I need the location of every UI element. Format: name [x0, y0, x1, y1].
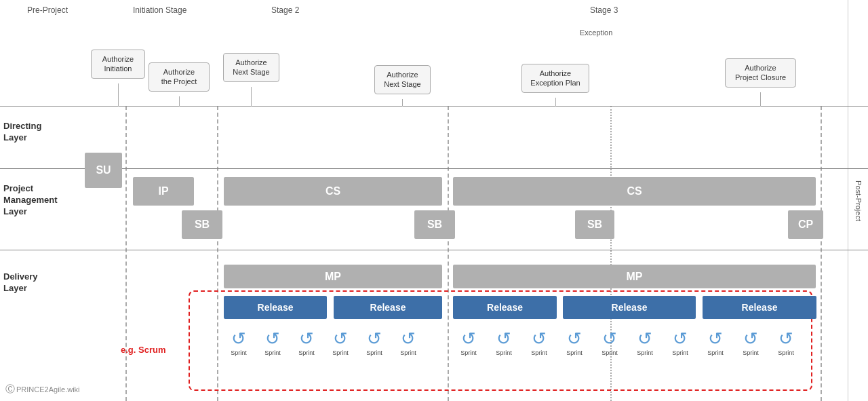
process-sb-3: SB [575, 210, 614, 239]
sprint-item: ↺ Sprint [222, 328, 255, 356]
sprint-item: ↺ Sprint [452, 328, 486, 356]
phase-pre-project: Pre-Project [27, 5, 68, 15]
sprint-group-1: ↺ Sprint ↺ Sprint ↺ Sprint ↺ Sprint ↺ Sp… [222, 328, 425, 356]
arrow-project [179, 96, 180, 107]
process-cs-2: CS [453, 177, 816, 206]
diagram-container: Post-Project Pre-Project Initiation Stag… [0, 0, 868, 401]
process-cs-1: CS [224, 177, 442, 206]
process-cp: CP [788, 210, 823, 239]
process-sb-1: SB [182, 210, 222, 239]
sprint-item: ↺ Sprint [256, 328, 289, 356]
sprint-item: ↺ Sprint [522, 328, 556, 356]
sprint-item: ↺ Sprint [734, 328, 768, 356]
arrow-next-stage-2 [402, 99, 403, 107]
auth-box-exception: AuthorizeException Plan [521, 64, 589, 93]
sprint-item: ↺ Sprint [324, 328, 357, 356]
release-3: Release [453, 296, 557, 319]
release-4: Release [563, 296, 696, 319]
h-divider-2 [0, 168, 868, 169]
process-sb-2: SB [414, 210, 455, 239]
post-project-label: Post-Project [848, 0, 868, 401]
auth-box-project: Authorizethe Project [149, 62, 210, 92]
sprint-item: ↺ Sprint [557, 328, 591, 356]
divider-1 [125, 106, 127, 401]
scrum-label: e.g. Scrum [121, 345, 165, 355]
arrow-initiation [118, 83, 119, 107]
phase-initiation: Initiation Stage [133, 5, 186, 15]
phase-stage3: Stage 3 [590, 5, 618, 15]
auth-box-initiation: AuthorizeInitiation [91, 50, 145, 79]
cc-logo: Ⓒ PRINCE2Agile.wiki [5, 383, 80, 396]
sprint-item: ↺ Sprint [487, 328, 521, 356]
exception-label: Exception [580, 28, 612, 37]
arrow-exception [555, 98, 556, 107]
sprint-item: ↺ Sprint [290, 328, 323, 356]
auth-box-next-stage-2: AuthorizeNext Stage [374, 65, 431, 94]
sprint-item: ↺ Sprint [392, 328, 425, 356]
arrow-closure [760, 92, 761, 107]
process-mp-1: MP [224, 265, 442, 288]
divider-4 [821, 106, 822, 401]
sprint-item: ↺ Sprint [663, 328, 697, 356]
arrow-next-stage-1 [251, 87, 252, 107]
sprint-group-2: ↺ Sprint ↺ Sprint ↺ Sprint ↺ Sprint ↺ Sp… [452, 328, 803, 356]
process-su: SU [85, 153, 122, 188]
release-1: Release [224, 296, 327, 319]
process-ip: IP [133, 177, 194, 206]
sprint-item: ↺ Sprint [628, 328, 662, 356]
sprint-item: ↺ Sprint [358, 328, 391, 356]
sprint-item: ↺ Sprint [593, 328, 627, 356]
h-divider-3 [0, 250, 868, 250]
sprint-item: ↺ Sprint [769, 328, 803, 356]
release-2: Release [334, 296, 442, 319]
process-mp-2: MP [453, 265, 816, 288]
sprint-item: ↺ Sprint [698, 328, 732, 356]
delivery-layer-label: DeliveryLayer [3, 271, 38, 294]
h-divider-1 [0, 106, 868, 107]
auth-box-next-stage-1: AuthorizeNext Stage [223, 53, 279, 82]
release-5: Release [703, 296, 816, 319]
phase-stage2: Stage 2 [271, 5, 299, 15]
directing-layer-label: DirectingLayer [3, 121, 41, 144]
auth-box-closure: AuthorizeProject Closure [725, 58, 796, 88]
project-mgmt-layer-label: ProjectManagementLayer [3, 183, 57, 218]
